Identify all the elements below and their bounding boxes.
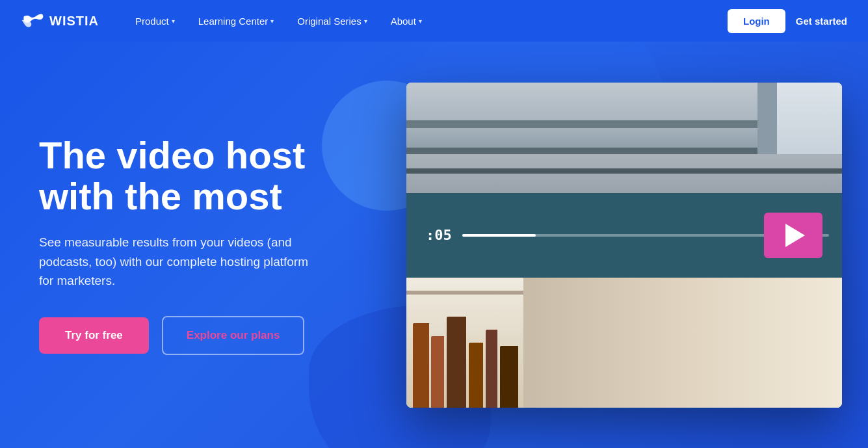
chevron-down-icon: ▾ [364,18,367,25]
video-image-bottom [406,278,842,408]
logo[interactable]: WISTIA [21,12,99,30]
video-panel: :05 [406,83,842,408]
play-button[interactable] [764,213,822,258]
hero-buttons: Try for free Explore our plans [39,316,377,355]
brand-name: WISTIA [49,14,99,29]
nav-learning-center[interactable]: Learning Center ▾ [188,10,285,32]
play-icon [785,224,805,247]
video-timestamp: :05 [426,227,452,243]
video-progress-filled [462,234,536,237]
login-button[interactable]: Login [728,9,785,33]
explore-plans-button[interactable]: Explore our plans [162,316,305,355]
nav-actions: Login Get started [728,9,847,33]
navbar: WISTIA Product ▾ Learning Center ▾ Origi… [0,0,868,42]
nav-links: Product ▾ Learning Center ▾ Original Ser… [125,10,728,32]
hero-subtitle: See measurable results from your videos … [39,233,312,290]
hero-title: The video host with the most [39,135,377,218]
chevron-down-icon: ▾ [270,18,274,25]
nav-original-series[interactable]: Original Series ▾ [287,10,377,32]
nav-about[interactable]: About ▾ [380,10,432,32]
hero-section: The video host with the most See measura… [0,42,868,448]
try-free-button[interactable]: Try for free [39,317,149,354]
video-image-top [406,83,842,193]
get-started-button[interactable]: Get started [796,16,847,27]
video-controls[interactable]: :05 [406,193,842,278]
hero-content: The video host with the most See measura… [39,135,377,356]
chevron-down-icon: ▾ [419,18,422,25]
video-background: :05 [406,83,842,408]
nav-product[interactable]: Product ▾ [125,10,185,32]
chevron-down-icon: ▾ [172,18,175,25]
